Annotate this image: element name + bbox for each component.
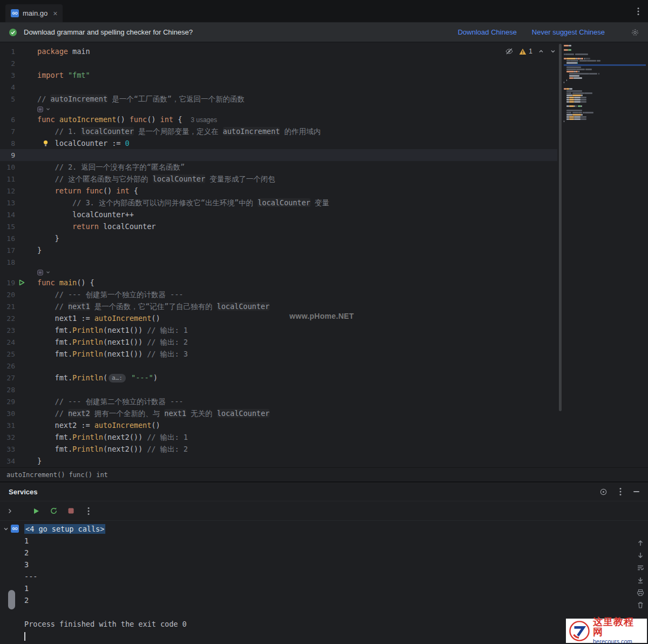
gutter[interactable]: 14 <box>0 209 37 220</box>
code-line[interactable]: 32 fmt.Println(next2()) // 输出: 1 <box>0 431 557 443</box>
code-line[interactable]: 25 fmt.Println(next1()) // 输出: 3 <box>0 348 557 360</box>
line-number[interactable]: 22 <box>0 313 15 325</box>
line-number[interactable]: 7 <box>0 126 15 138</box>
stop-button[interactable] <box>68 507 75 514</box>
target-icon[interactable] <box>599 488 608 496</box>
code-line[interactable]: 18 <box>0 256 557 268</box>
tree-scrollbar-thumb[interactable] <box>8 590 15 609</box>
code-line[interactable]: 30 // next2 拥有一个全新的、与 next1 无关的 localCou… <box>0 407 557 419</box>
console-line[interactable]: 3 <box>24 559 648 571</box>
code-line[interactable]: 26 <box>0 360 557 372</box>
line-number[interactable]: 26 <box>0 360 15 372</box>
gutter[interactable]: 24 <box>0 336 37 348</box>
line-number[interactable]: 14 <box>0 209 15 221</box>
chevron-down-icon[interactable] <box>45 106 51 112</box>
console-line[interactable]: 2 <box>24 547 648 559</box>
gutter[interactable]: 10 <box>0 161 37 173</box>
gutter[interactable]: 31 <box>0 419 37 431</box>
line-number[interactable]: 3 <box>0 70 15 82</box>
gutter[interactable]: 7 <box>0 125 37 137</box>
gutter[interactable]: 22 <box>0 312 37 324</box>
tree-expand-chevron-icon[interactable] <box>3 526 9 532</box>
print-icon[interactable] <box>637 589 644 596</box>
line-number[interactable]: 17 <box>0 245 15 257</box>
line-number[interactable]: 20 <box>0 289 15 301</box>
code-line[interactable]: 10 // 2. 返回一个没有名字的“匿名函数” <box>0 161 557 173</box>
code-line[interactable]: 20 // --- 创建第一个独立的计数器 --- <box>0 289 557 300</box>
code-line[interactable]: 27 fmt.Println(a…: "---") <box>0 372 557 384</box>
gutter[interactable]: 16 <box>0 232 37 244</box>
line-number[interactable]: 10 <box>0 162 15 173</box>
code-line[interactable]: 19func main() { <box>0 277 557 289</box>
code-editor[interactable]: 1package main23import "fmt"45// autoIncr… <box>0 43 648 467</box>
gutter[interactable]: 11 <box>0 173 37 185</box>
run-main-icon[interactable] <box>18 279 25 286</box>
line-number[interactable]: 2 <box>0 58 15 70</box>
run-button[interactable] <box>32 507 40 515</box>
intention-bulb-icon[interactable] <box>42 139 49 147</box>
run-console[interactable]: GO <4 go setup calls>123---12Process fin… <box>0 521 648 643</box>
tab-main-go[interactable]: GO main.go × <box>5 4 63 22</box>
gutter[interactable]: 15 <box>0 220 37 232</box>
rerun-button[interactable] <box>50 507 58 515</box>
console-line[interactable]: 1 <box>24 535 648 547</box>
code-line[interactable]: 21 // next1 是一个函数，它“记住”了自己独有的 localCount… <box>0 300 557 312</box>
console-line[interactable]: <4 go setup calls> <box>24 523 648 535</box>
panel-options-icon[interactable] <box>619 487 622 496</box>
code-line[interactable]: 4 <box>0 81 557 93</box>
line-number[interactable]: 19 <box>0 277 15 289</box>
expand-node-icon[interactable] <box>6 508 13 514</box>
code-line[interactable]: 24 fmt.Println(next1()) // 输出: 2 <box>0 336 557 348</box>
gutter[interactable]: 34 <box>0 455 37 467</box>
line-number[interactable]: 6 <box>0 114 15 126</box>
code-line[interactable]: 17} <box>0 244 557 256</box>
line-number[interactable]: 18 <box>0 257 15 269</box>
line-number[interactable]: 11 <box>0 173 15 185</box>
gutter[interactable]: 32 <box>0 431 37 443</box>
code-line[interactable]: 28 <box>0 384 557 395</box>
line-number[interactable]: 27 <box>0 372 15 384</box>
gear-icon[interactable] <box>631 28 639 37</box>
breadcrumb[interactable]: autoIncrement() func() int <box>0 467 648 481</box>
code-line[interactable]: 12 return func() int { <box>0 185 557 197</box>
code-line[interactable]: 13 // 3. 这个内部函数可以访问并修改它“出生环境”中的 localCou… <box>0 197 557 209</box>
highlight-mode-icon[interactable] <box>505 47 514 56</box>
code-line[interactable]: 7 // 1. localCounter 是一个局部变量，定义在 autoInc… <box>0 125 557 137</box>
line-number[interactable]: 12 <box>0 185 15 197</box>
code-line[interactable]: 14 localCounter++ <box>0 209 557 220</box>
toolbar-more-icon[interactable] <box>87 507 90 515</box>
code-line[interactable]: 33 fmt.Println(next2()) // 输出: 2 <box>0 443 557 455</box>
gutter[interactable]: 20 <box>0 289 37 300</box>
code-line[interactable]: 9 <box>0 149 557 161</box>
gutter[interactable]: 13 <box>0 197 37 209</box>
code-line[interactable]: 3import "fmt" <box>0 69 557 81</box>
scroll-down-icon[interactable] <box>637 552 644 559</box>
line-number[interactable]: 15 <box>0 221 15 233</box>
gutter[interactable]: 18 <box>0 256 37 268</box>
line-number[interactable]: 25 <box>0 348 15 360</box>
line-number[interactable]: 13 <box>0 197 15 209</box>
gutter[interactable]: 17 <box>0 244 37 256</box>
line-number[interactable]: 4 <box>0 82 15 93</box>
gutter[interactable]: 6 <box>0 113 37 125</box>
console-line[interactable]: --- <box>24 571 648 582</box>
console-line[interactable] <box>24 606 648 618</box>
minimap[interactable] <box>564 45 646 123</box>
code-line[interactable]: 29 // --- 创建第二个独立的计数器 --- <box>0 395 557 407</box>
never-suggest-chinese-link[interactable]: Never suggest Chinese <box>532 28 605 36</box>
editor-scrollbar[interactable] <box>559 44 562 411</box>
gutter[interactable]: 5 <box>0 93 37 105</box>
line-number[interactable]: 31 <box>0 420 15 432</box>
gutter[interactable]: 30 <box>0 407 37 419</box>
go-run-config-icon[interactable]: GO <box>11 525 19 533</box>
code-line[interactable]: 31 next2 := autoIncrement() <box>0 419 557 431</box>
line-number[interactable]: 32 <box>0 432 15 444</box>
gutter[interactable]: 26 <box>0 360 37 372</box>
gutter[interactable]: 4 <box>0 81 37 93</box>
gutter[interactable]: 9 <box>0 149 37 161</box>
next-problem-icon[interactable] <box>550 48 556 55</box>
scroll-to-end-icon[interactable] <box>637 576 644 584</box>
line-number[interactable]: 1 <box>0 46 15 58</box>
code-line[interactable]: 11 // 这个匿名函数与它外部的 localCounter 变量形成了一个闭包 <box>0 173 557 185</box>
clear-all-icon[interactable] <box>637 601 644 609</box>
